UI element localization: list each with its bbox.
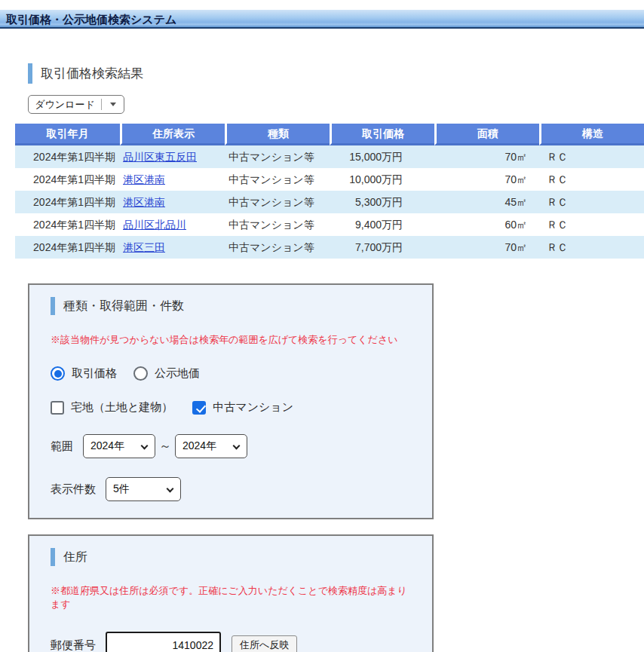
display-count-label: 表示件数	[51, 482, 96, 497]
heading-accent-bar	[51, 548, 55, 566]
column-header-period: 取引年月	[15, 124, 120, 145]
heading-accent-bar	[28, 63, 32, 84]
cell-period: 2024年第1四半期	[15, 191, 120, 213]
address-link[interactable]: 港区港南	[123, 196, 165, 208]
cell-price: 7,700万円	[330, 236, 434, 259]
cell-area: 60㎡	[434, 213, 539, 236]
cell-address: 品川区東五反田	[120, 145, 225, 168]
range-label: 範囲	[51, 439, 73, 454]
range-separator: ～	[159, 439, 171, 455]
address-warning-text: ※都道府県又は住所は必須です。正確にご入力いただくことで検索精度は高まります	[51, 584, 417, 611]
column-header-address: 住所表示	[120, 124, 225, 145]
cell-area: 45㎡	[434, 191, 539, 213]
display-count-row: 表示件数 5件	[51, 477, 417, 501]
criteria-warning-text: ※該当物件が見つからない場合は検索年の範囲を広げて検索を行ってください	[51, 333, 417, 347]
column-header-structure: 構造	[539, 124, 644, 145]
cell-type: 中古マンション等	[225, 191, 330, 213]
table-header-row: 取引年月 住所表示 種類 取引価格 面積 構造	[15, 124, 644, 145]
cell-price: 9,400万円	[330, 213, 434, 236]
year-to-select[interactable]: 2024年	[175, 434, 247, 458]
radio-official-land-price[interactable]	[133, 366, 148, 381]
cell-period: 2024年第1四半期	[15, 213, 120, 236]
cell-structure: ＲＣ	[539, 145, 644, 168]
address-link[interactable]: 港区三田	[123, 241, 165, 253]
cell-address: 港区三田	[120, 236, 225, 259]
address-link[interactable]: 品川区北品川	[123, 219, 186, 231]
cell-area: 70㎡	[434, 236, 539, 259]
cell-type: 中古マンション等	[225, 145, 330, 168]
checkbox-used-condo-label: 中古マンション	[213, 400, 293, 415]
price-type-radio-group: 取引価格公示地価	[51, 366, 417, 381]
cell-address: 品川区北品川	[120, 213, 225, 236]
results-section-heading: 取引価格検索結果	[28, 63, 644, 84]
criteria-heading: 種類・取得範囲・件数	[51, 297, 417, 315]
column-header-price: 取引価格	[330, 124, 434, 145]
download-dropdown-toggle[interactable]	[102, 103, 124, 106]
download-button[interactable]: ダウンロード	[28, 95, 124, 114]
year-from-value: 2024年	[90, 439, 124, 453]
address-box: 住所 ※都道府県又は住所は必須です。正確にご入力いただくことで検索精度は高まりま…	[28, 534, 434, 652]
cell-period: 2024年第1四半期	[15, 168, 120, 191]
cell-price: 15,000万円	[330, 145, 434, 168]
chevron-down-icon	[233, 442, 241, 450]
checkbox-used-condo[interactable]	[192, 401, 206, 415]
year-from-select[interactable]: 2024年	[83, 434, 155, 458]
table-body: 2024年第1四半期 品川区東五反田 中古マンション等 15,000万円 70㎡…	[15, 145, 644, 259]
cell-address: 港区港南	[120, 191, 225, 213]
radio-transaction-price-label: 取引価格	[72, 366, 117, 381]
app-title-bar: 取引価格・公示地価検索システム	[0, 10, 644, 29]
display-count-value: 5件	[113, 482, 130, 496]
cell-type: 中古マンション等	[225, 213, 330, 236]
radio-transaction-price[interactable]	[51, 366, 65, 381]
cell-price: 5,300万円	[330, 191, 434, 213]
cell-area: 70㎡	[434, 145, 539, 168]
checkbox-residential-land[interactable]	[51, 401, 64, 415]
year-range-row: 範囲 2024年 ～ 2024年	[51, 434, 417, 458]
cell-structure: ＲＣ	[539, 213, 644, 236]
apply-to-address-button[interactable]: 住所へ反映	[232, 635, 297, 652]
cell-price: 10,000万円	[330, 168, 434, 191]
checkbox-used-condo-group[interactable]: 中古マンション	[192, 400, 293, 415]
column-header-type: 種類	[225, 124, 330, 145]
table-row: 2024年第1四半期 港区三田 中古マンション等 7,700万円 70㎡ ＲＣ	[15, 236, 644, 259]
table-row: 2024年第1四半期 品川区北品川 中古マンション等 9,400万円 60㎡ Ｒ…	[15, 213, 644, 236]
postal-code-row: 郵便番号 住所へ反映	[51, 632, 417, 652]
chevron-down-icon	[167, 485, 174, 493]
address-heading: 住所	[51, 548, 417, 566]
cell-period: 2024年第1四半期	[15, 145, 120, 168]
results-table: 取引年月 住所表示 種類 取引価格 面積 構造 2024年第1四半期 品川区東五…	[15, 124, 644, 259]
app-title: 取引価格・公示地価検索システム	[6, 13, 176, 26]
address-title: 住所	[63, 549, 87, 565]
address-link[interactable]: 港区港南	[123, 173, 165, 185]
column-header-area: 面積	[434, 124, 539, 145]
address-link[interactable]: 品川区東五反田	[123, 151, 197, 163]
cell-structure: ＲＣ	[539, 191, 644, 213]
table-row: 2024年第1四半期 港区港南 中古マンション等 5,300万円 45㎡ ＲＣ	[15, 191, 644, 213]
chevron-down-icon	[141, 442, 149, 450]
year-to-value: 2024年	[182, 439, 216, 453]
radio-official-land-price-group[interactable]: 公示地価	[133, 366, 200, 381]
postal-code-input[interactable]	[106, 632, 221, 652]
table-row: 2024年第1四半期 港区港南 中古マンション等 10,000万円 70㎡ ＲＣ	[15, 168, 644, 191]
property-type-checkbox-group: 宅地（土地と建物）中古マンション	[51, 400, 417, 415]
checkbox-residential-land-group[interactable]: 宅地（土地と建物）	[51, 400, 173, 415]
checkbox-residential-land-label: 宅地（土地と建物）	[71, 400, 173, 415]
postal-code-label: 郵便番号	[51, 638, 96, 652]
cell-type: 中古マンション等	[225, 168, 330, 191]
cell-address: 港区港南	[120, 168, 225, 191]
cell-area: 70㎡	[434, 168, 539, 191]
caret-down-icon	[110, 103, 116, 106]
criteria-box: 種類・取得範囲・件数 ※該当物件が見つからない場合は検索年の範囲を広げて検索を行…	[28, 283, 434, 519]
radio-official-land-price-label: 公示地価	[155, 366, 200, 381]
cell-structure: ＲＣ	[539, 236, 644, 259]
cell-type: 中古マンション等	[225, 236, 330, 259]
radio-transaction-price-group[interactable]: 取引価格	[51, 366, 117, 381]
results-title: 取引価格検索結果	[41, 65, 143, 82]
cell-structure: ＲＣ	[539, 168, 644, 191]
heading-accent-bar	[51, 297, 55, 315]
table-row: 2024年第1四半期 品川区東五反田 中古マンション等 15,000万円 70㎡…	[15, 145, 644, 168]
cell-period: 2024年第1四半期	[15, 236, 120, 259]
display-count-select[interactable]: 5件	[106, 477, 181, 501]
download-button-label: ダウンロード	[29, 98, 101, 112]
criteria-title: 種類・取得範囲・件数	[63, 298, 184, 314]
